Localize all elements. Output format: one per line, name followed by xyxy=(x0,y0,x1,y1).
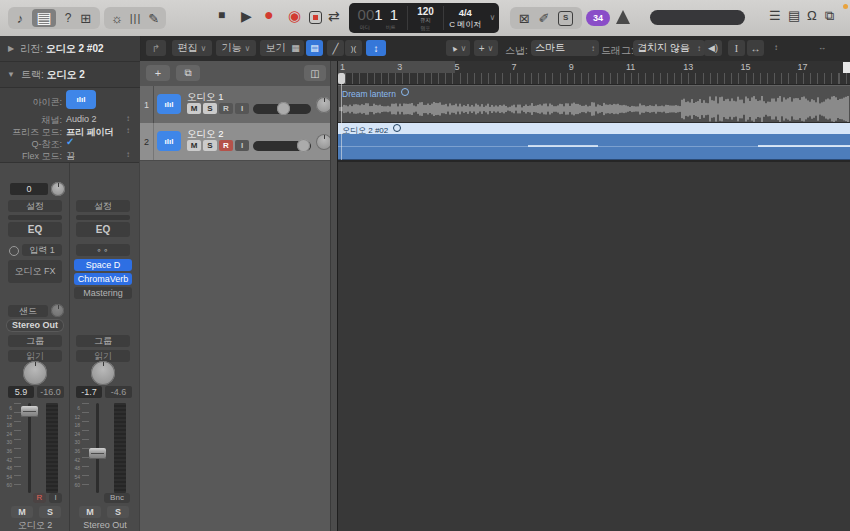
nudge-back-icon[interactable]: ↱ xyxy=(146,40,166,56)
mute-button[interactable]: M xyxy=(187,103,201,114)
setting-button[interactable]: 설정 xyxy=(8,200,62,212)
automation-button[interactable]: ╱ xyxy=(327,40,344,56)
volume-value[interactable]: -1.7 xyxy=(76,386,102,398)
stepper-icon[interactable]: ↕ xyxy=(126,126,130,135)
add-track-icon[interactable]: ⊞ xyxy=(80,12,91,25)
record-enable-button[interactable]: R xyxy=(33,493,46,503)
pointer-tool-select[interactable]: ▲∨ xyxy=(446,40,470,56)
grid-view-button[interactable]: ▦ xyxy=(287,40,304,56)
functions-menu[interactable]: 기능∨ xyxy=(216,40,256,56)
bounce-button[interactable]: Bnc xyxy=(104,493,130,503)
plugin-slot[interactable]: Mastering xyxy=(74,287,132,299)
duplicate-track-button[interactable]: ⧉ xyxy=(176,65,200,81)
waveform-zoom-button[interactable]: ◀) xyxy=(704,40,722,56)
edit-menu[interactable]: 편집∨ xyxy=(172,40,212,56)
lcd-signature[interactable]: 4/4 C 메이저 xyxy=(444,3,486,33)
catch-playhead-button[interactable]: I xyxy=(728,40,745,56)
stepper-icon[interactable]: ↕ xyxy=(126,114,130,123)
record-button[interactable]: ● xyxy=(264,7,274,23)
volume-thumb[interactable] xyxy=(277,102,290,115)
mute-button[interactable]: M xyxy=(187,140,201,151)
stereo-format-button[interactable]: ∘∘ xyxy=(76,244,130,256)
solo-button[interactable]: S xyxy=(39,506,61,518)
scrollbar-corner[interactable] xyxy=(843,62,850,73)
play-button[interactable]: ▶ xyxy=(241,9,252,23)
flex-tool-button[interactable]: ↕ xyxy=(366,40,386,56)
solo-mode-icon[interactable]: S xyxy=(558,11,573,26)
stepper-icon[interactable]: ↕ xyxy=(126,150,130,159)
mute-button[interactable]: M xyxy=(11,506,33,518)
media-browser-icon[interactable]: ♪ xyxy=(17,12,24,25)
audio-fx-button[interactable]: 오디오 FX xyxy=(8,260,62,283)
peak-value[interactable]: -4.6 xyxy=(105,386,132,398)
loop-browser-icon[interactable]: Ω xyxy=(807,9,817,22)
group-button[interactable]: 그룹 xyxy=(8,335,62,347)
track-icon-button[interactable]: ılıl xyxy=(66,90,96,109)
secondary-tool-select[interactable]: +∨ xyxy=(474,40,498,56)
audio-track-icon[interactable]: ılıl xyxy=(157,131,181,151)
volume-slider[interactable] xyxy=(253,141,311,151)
playhead-handle[interactable] xyxy=(338,73,345,84)
smart-controls-icon[interactable]: ||| xyxy=(130,13,142,24)
brush-icon[interactable]: ✐ xyxy=(539,12,550,25)
input-record-button[interactable] xyxy=(309,11,322,24)
snap-select[interactable]: 스마트↕ xyxy=(531,40,599,56)
quick-help-icon[interactable]: ? xyxy=(65,12,72,24)
status-badge[interactable]: 34 xyxy=(586,10,610,26)
audio-region-selected[interactable]: 오디오 2 #02 xyxy=(338,123,850,160)
browser-icon[interactable]: ⧉ xyxy=(825,9,834,22)
solo-button[interactable]: S xyxy=(107,506,129,518)
send-knob[interactable] xyxy=(51,304,64,317)
capture-record-button[interactable]: ◉ xyxy=(288,8,301,23)
volume-slider[interactable] xyxy=(253,104,311,114)
input-format-icon[interactable] xyxy=(9,246,19,256)
gain-knob[interactable] xyxy=(51,182,65,196)
input-monitor-button[interactable]: I xyxy=(49,493,62,503)
arrange-area[interactable]: 1357911131517 Dream lantern 오디오 2 #02 xyxy=(337,61,850,531)
cycle-button[interactable]: ⇄ xyxy=(328,9,340,23)
pencil-icon[interactable]: ✎ xyxy=(148,12,159,25)
bar-ruler[interactable]: 1357911131517 xyxy=(338,61,850,85)
volume-value[interactable]: 5.9 xyxy=(8,386,34,398)
plugin-slot[interactable]: Space D xyxy=(74,259,132,271)
metronome-icon[interactable] xyxy=(616,10,630,24)
fader-thumb[interactable] xyxy=(21,406,38,417)
audio-region[interactable]: Dream lantern xyxy=(338,85,850,123)
region-header[interactable]: 오디오 2 #02 xyxy=(338,123,850,134)
fader-thumb[interactable] xyxy=(89,448,106,459)
track-row[interactable]: 1 ılıl 오디오 1 M S R I xyxy=(140,86,330,124)
pan-knob[interactable] xyxy=(91,361,115,385)
empty-slot[interactable] xyxy=(76,215,130,220)
track-inspector-header[interactable]: ▼ 트랙: 오디오 2 xyxy=(0,62,140,88)
mute-button[interactable]: M xyxy=(79,506,101,518)
volume-thumb[interactable] xyxy=(297,139,310,152)
disclosure-down-icon[interactable]: ▼ xyxy=(7,70,15,79)
list-editors-icon[interactable]: ☰ xyxy=(769,9,781,22)
disclosure-right-icon[interactable]: ▶ xyxy=(8,44,14,53)
peak-value[interactable]: -16.0 xyxy=(37,386,64,398)
flex-button[interactable]: )( xyxy=(345,40,362,56)
lcd-display[interactable]: 001 1 마디 비트 120 유지 템포 4/4 C 메이저 ∨ xyxy=(349,3,499,33)
tuner-icon[interactable]: ☼ xyxy=(111,12,123,25)
solo-button[interactable]: S xyxy=(203,140,217,151)
track-lane-selected[interactable]: 오디오 2 #02 xyxy=(338,123,850,160)
audio-track-icon[interactable]: ılıl xyxy=(157,94,181,114)
eq-button[interactable]: EQ xyxy=(76,222,130,237)
qref-checkbox[interactable]: ✓ xyxy=(66,136,74,147)
solo-button[interactable]: S xyxy=(203,103,217,114)
input-monitor-button[interactable]: I xyxy=(235,103,249,114)
inspector-toggle-button[interactable]: ▤ xyxy=(32,9,56,27)
collapse-tracks-button[interactable]: ◫ xyxy=(304,65,326,81)
drag-select[interactable]: 겹치지 않음↕ xyxy=(633,40,705,56)
group-button[interactable]: 그룹 xyxy=(76,335,130,347)
pan-knob[interactable] xyxy=(23,361,47,385)
region-inspector-header[interactable]: ▶ 리전: 오디오 2 #02 xyxy=(0,36,140,62)
gain-value[interactable]: 0 xyxy=(10,183,48,195)
track-row-selected[interactable]: 2 ılıl 오디오 2 M S R I xyxy=(140,123,330,161)
plugin-slot[interactable]: ChromaVerb xyxy=(74,273,132,285)
record-enable-button[interactable]: R xyxy=(219,140,233,151)
erase-icon[interactable]: ⊠ xyxy=(519,12,530,25)
eq-button[interactable]: EQ xyxy=(8,222,62,237)
track-lane[interactable]: Dream lantern xyxy=(338,85,850,122)
notepad-icon[interactable]: ▤ xyxy=(788,9,800,22)
